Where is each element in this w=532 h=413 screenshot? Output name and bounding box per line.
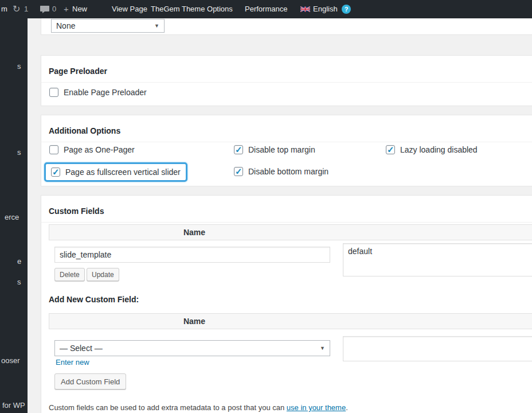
checkbox[interactable] (49, 88, 58, 97)
use-in-your-theme-link[interactable]: use in your theme (287, 403, 346, 412)
uk-flag-icon[interactable] (300, 6, 310, 13)
wordpress-admin-page: m ↻ 1 0 + New View Page TheGem Theme Opt… (0, 0, 532, 413)
name-column-header: Name (49, 225, 339, 240)
admin-menu-sidebar: s s erce e s ooser for WP (0, 18, 28, 413)
add-custom-field-button[interactable]: Add Custom Field (54, 373, 126, 389)
custom-fields-help-text: Custom fields can be used to add extra m… (49, 403, 348, 412)
name-column-header: Name (49, 314, 339, 329)
enable-preloader-option[interactable]: Enable Page Preloader (49, 88, 147, 97)
checkbox[interactable] (51, 167, 60, 177)
help-text-period: . (346, 403, 348, 412)
disable-top-margin-option[interactable]: Disable top margin (234, 145, 315, 154)
menu-item-fragment[interactable]: ooser (1, 356, 20, 365)
one-pager-option[interactable]: Page as One-Pager (49, 145, 135, 154)
comments-icon[interactable] (40, 6, 49, 13)
additional-options-title: Additional Options (41, 115, 532, 142)
checkbox-label[interactable]: Lazy loading disabled (400, 145, 478, 154)
fullscreen-vertical-slider-option[interactable]: Page as fullscreen vertical slider (44, 162, 187, 182)
language-link[interactable]: English (313, 0, 338, 18)
admin-bar: m ↻ 1 0 + New View Page TheGem Theme Opt… (0, 0, 532, 18)
checkbox-label[interactable]: Disable top margin (248, 145, 315, 154)
updates-count: 1 (24, 0, 28, 18)
select-value: — Select — (60, 344, 103, 353)
new-button[interactable]: New (72, 0, 87, 18)
custom-fields-box: Custom Fields Name default Delete Update… (41, 195, 532, 413)
help-text: Custom fields can be used to add extra m… (49, 403, 284, 412)
lazy-loading-disabled-option[interactable]: Lazy loading disabled (386, 145, 478, 154)
menu-item-fragment[interactable]: s (17, 62, 21, 71)
chevron-down-icon: ▼ (154, 20, 159, 32)
add-new-table-header: Name (49, 313, 532, 329)
checkbox[interactable] (234, 167, 243, 176)
menu-item-fragment[interactable]: s (17, 148, 21, 157)
top-panel: None ▼ (41, 18, 532, 35)
custom-field-name-select[interactable]: — Select — ▼ (54, 340, 330, 356)
checkbox[interactable] (386, 145, 395, 154)
chevron-down-icon: ▼ (320, 341, 325, 356)
checkbox-label[interactable]: Disable bottom margin (248, 167, 328, 176)
none-select[interactable]: None ▼ (51, 19, 165, 33)
menu-item-fragment[interactable]: s (17, 278, 21, 286)
custom-fields-title: Custom Fields (41, 196, 532, 223)
performance-link[interactable]: Performance (245, 0, 287, 18)
updates-icon[interactable]: ↻ (13, 0, 20, 18)
theme-options-link[interactable]: TheGem Theme Options (151, 0, 233, 18)
menu-item-fragment[interactable]: erce (5, 213, 19, 221)
custom-field-value-textarea[interactable]: default (343, 243, 532, 276)
checkbox-label[interactable]: Page as fullscreen vertical slider (65, 167, 181, 177)
site-name-fragment[interactable]: m (1, 0, 7, 18)
checkbox-label[interactable]: Page as One-Pager (64, 145, 135, 154)
view-page-link[interactable]: View Page (112, 0, 147, 18)
delete-button[interactable]: Delete (54, 268, 85, 281)
page-preloader-title: Page Preloader (41, 56, 532, 83)
page-preloader-box: Page Preloader Enable Page Preloader (41, 55, 532, 106)
custom-fields-table-header: Name (49, 224, 532, 240)
custom-field-name-input[interactable] (54, 247, 330, 263)
new-plus-icon[interactable]: + (64, 0, 69, 18)
checkbox[interactable] (234, 145, 243, 154)
additional-options-box: Additional Options Page as One-Pager Dis… (41, 115, 532, 186)
select-value: None (56, 21, 75, 30)
add-new-custom-field-heading: Add New Custom Field: (49, 295, 139, 304)
checkbox-label[interactable]: Enable Page Preloader (64, 88, 147, 97)
menu-item-fragment[interactable]: for WP (2, 401, 25, 410)
new-custom-field-value-textarea[interactable] (343, 336, 532, 361)
help-icon[interactable]: ? (342, 5, 351, 14)
update-button[interactable]: Update (87, 268, 119, 281)
enter-new-link[interactable]: Enter new (56, 358, 89, 367)
comments-count: 0 (52, 0, 56, 18)
checkbox[interactable] (49, 145, 58, 154)
menu-item-fragment[interactable]: e (17, 257, 21, 266)
disable-bottom-margin-option[interactable]: Disable bottom margin (234, 167, 328, 176)
